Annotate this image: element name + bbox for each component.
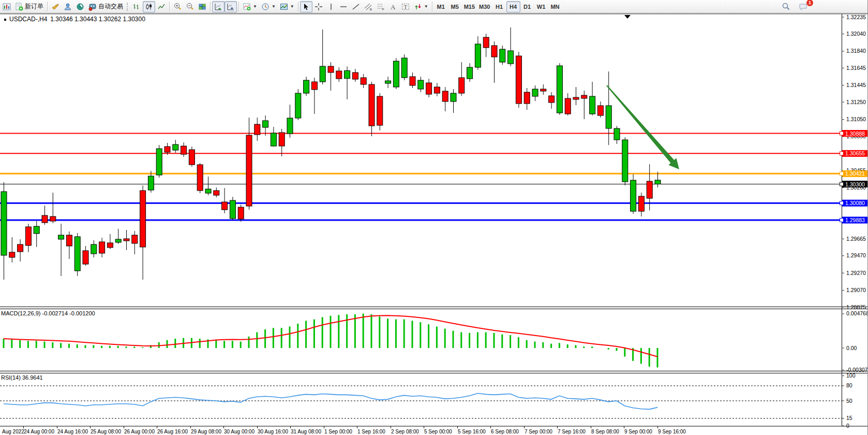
macd-bar [559, 343, 560, 348]
radar-button[interactable] [74, 1, 86, 12]
periods-button[interactable]: ▼ [259, 1, 278, 12]
candle-body [638, 196, 644, 211]
macd-bar [264, 329, 266, 348]
macd-bar [518, 337, 519, 348]
candle-body [434, 87, 440, 93]
macd-bar [460, 332, 462, 348]
candle-body [74, 237, 80, 271]
price-axis[interactable]: 1.322351.320401.318401.316451.314451.312… [840, 14, 868, 429]
macd-bar [248, 337, 250, 348]
timeframe-M1[interactable]: M1 [434, 1, 448, 12]
zoom-out-button[interactable] [184, 1, 196, 12]
time-axis[interactable]: Aug 202224 Aug 00:0024 Aug 16:0025 Aug 0… [2, 426, 686, 434]
candle-body [320, 66, 325, 82]
cursor-button[interactable] [300, 1, 312, 12]
label-icon: T [401, 3, 410, 11]
search-button[interactable] [780, 1, 792, 12]
tile-windows-button[interactable] [196, 1, 208, 12]
timeframe-H4[interactable]: H4 [506, 1, 520, 12]
macd-bar [493, 333, 495, 348]
zoom-in-icon [173, 3, 182, 11]
timeframe-H1[interactable]: H1 [492, 1, 506, 12]
macd-bar [354, 314, 356, 348]
candle-body [181, 146, 187, 154]
app-icon [3, 3, 11, 11]
candle-body [377, 96, 383, 125]
macd-bar [27, 341, 29, 348]
price-tag: 1.30888 [840, 130, 868, 137]
candlestick-button[interactable] [143, 1, 155, 12]
macd-bar [199, 339, 201, 348]
terminal-window: 新订单 自动交易 [0, 0, 868, 435]
price-tick-label: 1.29270 [846, 270, 866, 276]
macd-bar [52, 342, 53, 348]
zoom-in-button[interactable] [171, 1, 184, 12]
line-chart-button[interactable] [155, 1, 168, 12]
arrows-icon [414, 3, 422, 11]
macd-bar [591, 346, 593, 348]
indicator-tick-label: 0.004768 [846, 310, 868, 316]
macd-bar [289, 326, 291, 348]
line-chart-icon [157, 3, 166, 11]
timeframe-M5[interactable]: M5 [448, 1, 462, 12]
candle-body [263, 121, 268, 127]
channel-button[interactable]: E [362, 1, 375, 12]
bar-chart-button[interactable] [130, 1, 143, 12]
candle-body [410, 77, 415, 85]
price-tick-label: 1.31050 [846, 116, 866, 122]
price-tag-label: 1.30655 [845, 150, 865, 156]
timeframe-W1[interactable]: W1 [534, 1, 548, 12]
time-tick-label: 24 Aug 16:00 [57, 429, 88, 434]
zoom-out-icon [186, 3, 194, 11]
horizontal-line-button[interactable] [337, 1, 350, 12]
time-tick-label: 31 Aug 08:00 [291, 429, 321, 434]
candle-body [336, 71, 342, 79]
macd-bar [608, 348, 609, 350]
megaphone-button[interactable] [49, 1, 62, 12]
template-button[interactable]: ▼ [278, 1, 296, 12]
fibonacci-button[interactable]: F [375, 1, 387, 12]
indicator-tick-label: 80 [846, 382, 852, 388]
label-button[interactable]: T [399, 1, 412, 12]
trendline-button[interactable] [350, 1, 362, 12]
candle-body [58, 235, 64, 239]
time-tick-label: 1 Sep 00:00 [324, 429, 352, 434]
notifications-button[interactable]: 1 [797, 1, 810, 12]
timeframe-M15[interactable]: M15 [462, 1, 477, 12]
notification-badge: 1 [806, 0, 813, 6]
chart-canvas[interactable]: 1.322351.320401.318401.316451.314451.312… [0, 0, 868, 435]
timeframe-M30[interactable]: M30 [477, 1, 492, 12]
time-tick-label: 1 Sep 16:00 [357, 429, 385, 434]
candle-body [352, 72, 358, 79]
vertical-line-button[interactable] [325, 1, 337, 12]
candle-body [597, 106, 603, 115]
auto-scroll-button[interactable] [212, 1, 225, 12]
text-button[interactable]: A [387, 1, 399, 12]
chart-shift-button[interactable] [225, 1, 237, 12]
trendline-icon [352, 3, 360, 11]
indicators-button[interactable]: ▼ [241, 1, 259, 12]
macd-bar [297, 324, 298, 348]
time-tick-label: 6 Sep 08:00 [491, 429, 519, 434]
trend-arrow[interactable] [606, 85, 679, 169]
auto-trading-button[interactable]: 自动交易 [86, 1, 125, 12]
time-tick-label: 5 Sep 00:00 [424, 429, 452, 434]
macd-bar [36, 341, 37, 348]
horizontal-lines[interactable] [0, 134, 842, 221]
candle-body [491, 46, 497, 57]
indicator-tick-label: 0.00 [846, 345, 857, 351]
arrows-button[interactable]: ▼ [412, 1, 430, 12]
profile-button[interactable] [62, 1, 74, 12]
candle-body [524, 92, 530, 104]
price-tag: 1.29883 [840, 217, 868, 224]
timeframe-D1[interactable]: D1 [520, 1, 534, 12]
new-order-button[interactable]: 新订单 [13, 1, 46, 12]
chart-title: USDCAD-,H4 1.30346 1.30443 1.30262 1.303… [4, 16, 145, 23]
candle-body [197, 165, 203, 191]
macd-bar [215, 340, 217, 348]
macd-bar [469, 333, 470, 348]
rsi-panel [0, 386, 842, 418]
timeframe-MN[interactable]: MN [548, 1, 562, 12]
indicators-icon [243, 3, 251, 11]
crosshair-button[interactable] [312, 1, 325, 12]
